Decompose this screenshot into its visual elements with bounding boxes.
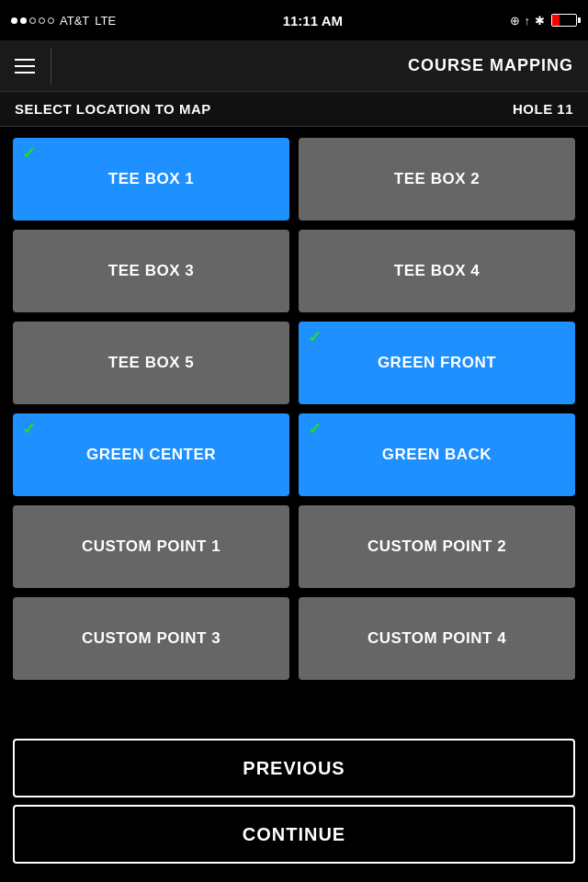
page-title: COURSE MAPPING: [62, 56, 573, 75]
custom-point-1-label: CUSTOM POINT 1: [82, 537, 220, 556]
hole-number-label: HOLE 11: [513, 101, 573, 117]
custom-point-4-label: CUSTOM POINT 4: [368, 629, 506, 648]
header-row: SELECT LOCATION TO MAP HOLE 11: [0, 92, 588, 127]
custom-point-2-label: CUSTOM POINT 2: [368, 537, 506, 556]
time: 11:11 AM: [283, 13, 343, 28]
tee-box-5-button[interactable]: TEE BOX 5: [13, 322, 289, 404]
dot-4: [39, 17, 45, 24]
arrow-icon: ↑: [525, 14, 531, 28]
dot-2: [20, 17, 27, 24]
tee-box-1-checkmark: ✓: [22, 145, 37, 162]
custom-point-2-button[interactable]: CUSTOM POINT 2: [299, 505, 575, 588]
tee-box-2-button[interactable]: TEE BOX 2: [299, 138, 575, 220]
dot-5: [48, 17, 54, 24]
bluetooth-icon: ✱: [535, 14, 545, 28]
carrier: AT&T: [60, 14, 89, 28]
tee-box-5-label: TEE BOX 5: [108, 354, 194, 372]
previous-button[interactable]: PREVIOUS: [13, 739, 575, 797]
dot-1: [11, 17, 17, 24]
tee-box-2-label: TEE BOX 2: [394, 170, 480, 188]
hamburger-line-3: [15, 72, 35, 74]
battery: [551, 14, 577, 27]
tee-box-3-label: TEE BOX 3: [108, 262, 194, 280]
status-right: ⊕ ↑ ✱: [510, 14, 578, 28]
green-center-label: GREEN CENTER: [86, 446, 216, 464]
tee-box-4-button[interactable]: TEE BOX 4: [299, 230, 575, 312]
location-icon: ⊕: [510, 14, 520, 28]
green-front-label: GREEN FRONT: [378, 354, 496, 372]
tee-box-4-label: TEE BOX 4: [394, 262, 480, 280]
custom-point-4-button[interactable]: CUSTOM POINT 4: [299, 597, 575, 680]
hamburger-line-1: [15, 59, 35, 61]
green-front-button[interactable]: ✓GREEN FRONT: [299, 322, 575, 404]
custom-point-3-label: CUSTOM POINT 3: [82, 629, 220, 648]
green-front-checkmark: ✓: [308, 329, 322, 345]
hamburger-line-2: [15, 65, 35, 67]
green-back-button[interactable]: ✓GREEN BACK: [299, 413, 575, 496]
status-bar: AT&T LTE 11:11 AM ⊕ ↑ ✱: [0, 0, 588, 40]
location-grid: ✓TEE BOX 1TEE BOX 2TEE BOX 3TEE BOX 4TEE…: [0, 127, 588, 691]
tee-box-3-button[interactable]: TEE BOX 3: [13, 230, 289, 312]
menu-button[interactable]: [15, 48, 51, 85]
select-location-label: SELECT LOCATION TO MAP: [15, 101, 211, 117]
green-center-button[interactable]: ✓GREEN CENTER: [13, 413, 289, 496]
tee-box-1-label: TEE BOX 1: [108, 170, 194, 188]
bottom-section: PREVIOUS CONTINUE: [0, 728, 588, 882]
custom-point-1-button[interactable]: CUSTOM POINT 1: [13, 505, 289, 588]
tee-box-1-button[interactable]: ✓TEE BOX 1: [13, 138, 289, 220]
green-back-checkmark: ✓: [308, 421, 322, 437]
battery-level: [552, 15, 560, 26]
nav-bar: COURSE MAPPING: [0, 40, 588, 92]
green-center-checkmark: ✓: [22, 421, 37, 437]
continue-button[interactable]: CONTINUE: [13, 805, 575, 864]
dot-3: [29, 17, 36, 24]
custom-point-3-button[interactable]: CUSTOM POINT 3: [13, 597, 289, 680]
signal-dots: [11, 17, 54, 24]
status-left: AT&T LTE: [11, 14, 116, 28]
green-back-label: GREEN BACK: [382, 446, 492, 464]
network-type: LTE: [95, 14, 116, 28]
